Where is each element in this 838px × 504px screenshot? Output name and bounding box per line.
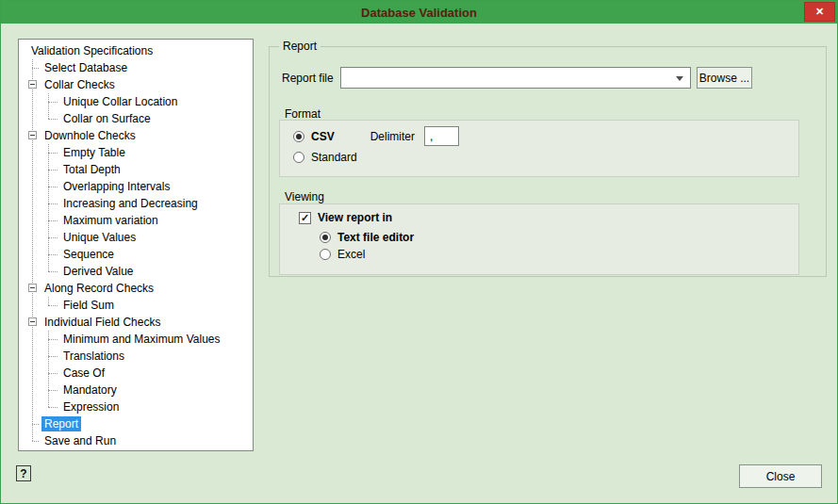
tree-item-label: Mandatory [60,382,120,398]
close-icon: ✕ [815,6,824,18]
tree-item-collar-checks[interactable]: Collar Checks [19,76,253,93]
tree-item-label: Collar Checks [41,77,118,92]
tree-item-label: Individual Field Checks [41,315,163,330]
browse-button[interactable]: Browse ... [697,67,752,89]
excel-radio-label: Excel [337,248,365,261]
tree-item-expression[interactable]: Expression [19,398,253,415]
tree-item-label: Sequence [60,247,117,262]
format-group-label: Format [285,107,320,121]
window-title: Database Validation [361,6,477,20]
tree-connector-line [48,390,58,391]
tree-item-empty-table[interactable]: Empty Table [19,144,253,161]
tree-item-select-database[interactable]: Select Database [19,59,253,76]
collapse-minus-icon[interactable] [28,284,37,292]
tree-item-label: Overlapping Intervals [60,179,173,194]
tree-connector-line [48,356,58,357]
tree-connector-line [48,271,58,272]
report-file-combobox[interactable] [340,67,691,89]
tree-item-sequence[interactable]: Sequence [19,246,253,263]
tree-item-label: Unique Collar Location [60,94,180,109]
dropdown-arrow-icon[interactable] [676,76,683,81]
viewing-row-text-editor: Text file editor [320,230,414,245]
validation-tree[interactable]: Validation SpecificationsSelect Database… [18,39,254,451]
tree-item-case-of[interactable]: Case Of [19,365,253,382]
tree-item-label: Field Sum [60,298,117,313]
format-row-csv: CSV Delimiter [293,126,459,146]
format-row-standard: Standard [293,150,357,165]
report-file-input[interactable] [341,68,669,88]
tree-connector-line [48,407,58,408]
viewing-row-checkbox: ✓ View report in [299,210,392,225]
tree-item-label: Expression [60,399,122,415]
tree-connector-line [48,203,58,204]
tree-item-label: Total Depth [60,162,123,177]
tree-item-overlapping-intervals[interactable]: Overlapping Intervals [19,178,253,195]
window-close-button[interactable]: ✕ [804,2,835,22]
tree-item-label: Validation Specifications [28,43,156,58]
tree-item-downhole-checks[interactable]: Downhole Checks [19,127,253,144]
close-dialog-button[interactable]: Close [739,464,822,488]
tree-item-label: Increasing and Decreasing [60,196,201,211]
tree-connector-line [48,339,58,340]
tree-item-minimum-and-maximum-values[interactable]: Minimum and Maximum Values [19,331,253,348]
tree-connector-line [32,441,39,442]
tree-item-label: Select Database [41,60,130,75]
database-validation-dialog: Database Validation ✕ Validation Specifi… [0,0,838,504]
tree-item-label: Report [41,416,81,431]
tree-item-report[interactable]: Report [19,415,253,432]
tree-item-individual-field-checks[interactable]: Individual Field Checks [19,314,253,331]
report-group-label: Report [279,40,320,53]
view-report-checkbox-label: View report in [318,211,392,224]
tree-item-validation-specifications[interactable]: Validation Specifications [19,42,253,59]
tree-item-label: Derived Value [60,264,136,279]
text-editor-radio-label: Text file editor [337,231,414,244]
tree-item-unique-values[interactable]: Unique Values [19,229,253,246]
standard-radio-label: Standard [311,151,357,164]
csv-radio-label: CSV [311,130,335,143]
tree-item-translations[interactable]: Translations [19,348,253,365]
viewing-panel: ✓ View report in Text file editor Excel [279,203,799,275]
tree-connector-line [48,119,58,120]
tree-item-maximum-variation[interactable]: Maximum variation [19,212,253,229]
tree-item-label: Save and Run [41,433,119,448]
standard-radio[interactable] [293,152,304,163]
text-editor-radio[interactable] [320,232,331,243]
tree-connector-line [48,220,58,221]
tree-item-label: Maximum variation [60,213,161,228]
tree-connector-line [48,102,58,103]
csv-radio[interactable] [293,131,304,142]
tree-item-total-depth[interactable]: Total Depth [19,161,253,178]
help-icon[interactable]: ? [16,465,31,481]
tree-connector-line [48,170,58,171]
view-report-checkbox[interactable]: ✓ [299,212,311,224]
tree-item-derived-value[interactable]: Derived Value [19,263,253,280]
tree-connector-line [48,254,58,255]
tree-connector-line [32,424,39,425]
tree-connector-line [48,153,58,154]
tree-item-collar-on-surface[interactable]: Collar on Surface [19,110,253,127]
collapse-minus-icon[interactable] [28,80,37,89]
viewing-group-label: Viewing [285,190,324,203]
tree-item-label: Minimum and Maximum Values [60,332,223,347]
tree-connector-line [48,373,58,374]
tree-connector-line [48,237,58,238]
collapse-minus-icon[interactable] [28,317,37,326]
tree-item-along-record-checks[interactable]: Along Record Checks [19,280,253,297]
tree-item-unique-collar-location[interactable]: Unique Collar Location [19,93,253,110]
delimiter-input[interactable] [424,126,459,146]
tree-item-label: Empty Table [60,145,128,160]
viewing-row-excel: Excel [320,247,365,262]
tree-item-label: Case Of [60,366,107,381]
tree-item-save-and-run[interactable]: Save and Run [19,432,253,449]
tree-item-mandatory[interactable]: Mandatory [19,382,253,398]
tree-item-field-sum[interactable]: Field Sum [19,297,253,314]
tree-connector-line [48,305,58,306]
format-panel: CSV Delimiter Standard [279,120,799,177]
excel-radio[interactable] [320,249,331,260]
report-group: Report Report file Browse ... Format CSV… [269,46,827,277]
delimiter-label: Delimiter [370,130,415,143]
collapse-minus-icon[interactable] [28,131,37,139]
tree-item-increasing-and-decreasing[interactable]: Increasing and Decreasing [19,195,253,212]
tree-connector-line [32,68,39,69]
tree-item-label: Unique Values [60,230,139,245]
